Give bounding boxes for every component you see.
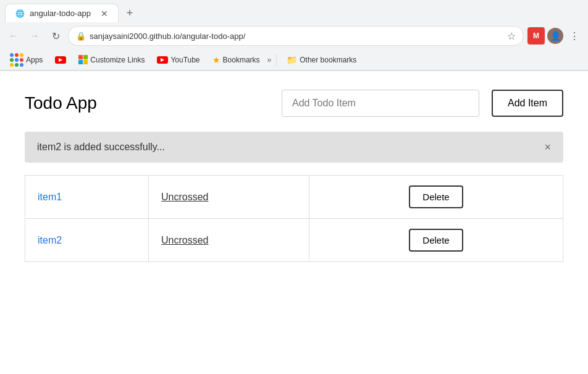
microsoft-icon	[78, 55, 88, 64]
more-bookmarks-chevron[interactable]: »	[267, 56, 272, 64]
youtube-icon-2: ▶	[157, 56, 168, 64]
todo-name-cell: item2	[25, 219, 149, 262]
todo-status-cell: Uncrossed	[149, 219, 309, 262]
app-header: Todo App Add Item	[25, 90, 563, 117]
apps-label: Apps	[26, 56, 43, 64]
extension-icon[interactable]: M	[527, 27, 545, 45]
notification-close-button[interactable]: ×	[544, 142, 551, 153]
todo-action-cell: Delete	[309, 219, 563, 262]
tab-bar: 🌐 angular-todo-app ✕ +	[0, 0, 588, 22]
active-tab[interactable]: 🌐 angular-todo-app ✕	[5, 4, 119, 22]
bookmarks-label: Bookmarks	[223, 56, 260, 64]
todo-status-cell: Uncrossed	[149, 176, 309, 219]
address-text: sanjaysaini2000.github.io/angular-todo-a…	[90, 32, 503, 41]
nav-extras: M 👤 ⋮	[527, 27, 583, 45]
page-content: Todo App Add Item item2 is added success…	[0, 71, 588, 368]
bookmark-youtube[interactable]: ▶ YouTube	[152, 53, 204, 67]
bookmark-microsoft[interactable]: Customize Links	[74, 53, 149, 67]
new-tab-btn[interactable]: +	[121, 4, 138, 22]
todo-status[interactable]: Uncrossed	[161, 235, 208, 245]
apps-grid-icon	[10, 53, 23, 67]
lock-icon: 🔒	[76, 32, 86, 41]
bookmark-apps[interactable]: Apps	[5, 51, 48, 69]
bookmark-bookmarks[interactable]: ★ Bookmarks	[208, 53, 265, 67]
table-row: item2 Uncrossed Delete	[25, 219, 563, 262]
todo-item-name[interactable]: item1	[38, 192, 62, 202]
avatar-initial: 👤	[550, 31, 561, 41]
todo-action-cell: Delete	[309, 176, 563, 219]
youtube-label: YouTube	[170, 56, 200, 64]
delete-button[interactable]: Delete	[409, 229, 463, 252]
todo-name-cell: item1	[25, 176, 149, 219]
star-icon: ★	[212, 55, 220, 65]
tab-favicon: 🌐	[15, 9, 25, 18]
youtube-icon-1: ▶	[55, 56, 66, 64]
notification-banner: item2 is added successfully... ×	[25, 132, 563, 163]
notification-text: item2 is added successfully...	[37, 142, 165, 153]
tab-close-icon[interactable]: ✕	[101, 9, 108, 19]
browser-chrome: 🌐 angular-todo-app ✕ + ← → ↻ 🔒 sanjaysai…	[0, 0, 588, 71]
profile-avatar[interactable]: 👤	[547, 28, 563, 44]
bookmark-star-icon[interactable]: ☆	[507, 30, 516, 42]
todo-input[interactable]	[282, 90, 479, 117]
table-row: item1 Uncrossed Delete	[25, 176, 563, 219]
add-item-button[interactable]: Add Item	[492, 90, 563, 117]
todo-item-name[interactable]: item2	[38, 235, 62, 245]
address-domain: sanjaysaini2000.github.io/angular-todo-a…	[90, 32, 245, 41]
address-bar[interactable]: 🔒 sanjaysaini2000.github.io/angular-todo…	[68, 26, 524, 46]
folder-icon: 📁	[287, 55, 297, 65]
back-button[interactable]: ←	[5, 27, 22, 45]
reload-button[interactable]: ↻	[47, 27, 64, 45]
customize-links-label: Customize Links	[90, 56, 145, 64]
todo-table: item1 Uncrossed Delete item2 Uncrossed D…	[25, 175, 563, 262]
bookmarks-divider	[276, 54, 277, 66]
todo-status[interactable]: Uncrossed	[161, 192, 208, 202]
delete-button[interactable]: Delete	[409, 185, 463, 208]
app-title: Todo App	[25, 93, 269, 113]
tab-title: angular-todo-app	[30, 9, 91, 18]
more-options-button[interactable]: ⋮	[566, 27, 583, 45]
nav-bar: ← → ↻ 🔒 sanjaysaini2000.github.io/angula…	[0, 22, 588, 49]
bookmark-other[interactable]: 📁 Other bookmarks	[282, 53, 361, 67]
bookmark-yt1[interactable]: ▶	[50, 54, 71, 66]
other-bookmarks-label: Other bookmarks	[300, 56, 356, 64]
forward-button[interactable]: →	[26, 27, 43, 45]
bookmarks-bar: Apps ▶ Customize Links ▶ YouTube ★ Bookm…	[0, 49, 588, 70]
